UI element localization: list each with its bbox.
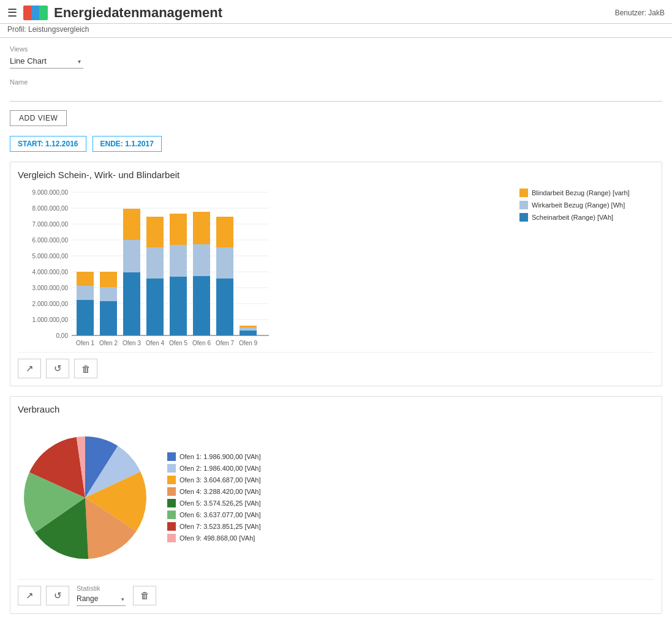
pie-legend-color-6 — [167, 511, 176, 519]
svg-text:Ofen 5: Ofen 5 — [169, 340, 187, 346]
svg-rect-21 — [77, 286, 94, 300]
bar-chart-trend-button[interactable]: ↗ — [18, 359, 41, 378]
svg-rect-28 — [123, 272, 140, 335]
pie-chart-card: Verbrauch — [10, 396, 662, 614]
svg-rect-24 — [100, 301, 117, 335]
pie-legend-item-4: Ofen 4: 3.288.420,00 [VAh] — [167, 487, 261, 496]
header-left: ☰ Energiedatenmanagement — [7, 5, 222, 21]
legend-label-schein: Scheinarbeit (Range) [VAh] — [532, 214, 613, 221]
views-section: Views Line Chart Bar Chart Pie Chart ▾ — [10, 45, 662, 69]
pie-svg-wrapper — [18, 430, 153, 567]
legend-label-wirk: Wirkarbeit Bezug (Range) [Wh] — [532, 201, 625, 209]
pie-legend-label-2: Ofen 2: 1.986.400,00 [VAh] — [179, 465, 261, 472]
svg-rect-20 — [77, 300, 94, 335]
svg-text:1.000.000,00: 1.000.000,00 — [32, 316, 69, 323]
legend-color-wirk — [519, 201, 528, 209]
logo — [23, 6, 48, 20]
svg-text:5.000.000,00: 5.000.000,00 — [32, 253, 69, 260]
start-date-button[interactable]: START: 1.12.2016 — [10, 136, 86, 152]
pie-chart-delete-button[interactable]: 🗑 — [133, 586, 156, 605]
date-buttons: START: 1.12.2016 ENDE: 1.1.2017 — [10, 136, 662, 152]
ende-date-button[interactable]: ENDE: 1.1.2017 — [92, 136, 162, 152]
legend-color-schein — [519, 213, 528, 222]
svg-text:Ofen 9: Ofen 9 — [239, 340, 257, 346]
main-content: Views Line Chart Bar Chart Pie Chart ▾ N… — [0, 38, 672, 631]
app-container: ☰ Energiedatenmanagement Benutzer: JakB … — [0, 0, 672, 631]
legend-item-wirk: Wirkarbeit Bezug (Range) [Wh] — [519, 201, 654, 209]
statistik-select[interactable]: Range Sum Average — [77, 592, 126, 606]
svg-text:Ofen 6: Ofen 6 — [192, 340, 211, 346]
svg-rect-46 — [216, 217, 233, 247]
bar-chart-title: Vergleich Schein-, Wirk- und Blindarbeit — [18, 170, 654, 180]
pie-legend-item-9: Ofen 9: 498.868,00 [VAh] — [167, 534, 261, 542]
views-select[interactable]: Line Chart Bar Chart Pie Chart — [10, 54, 83, 69]
bar-chart-card: Vergleich Schein-, Wirk- und Blindarbeit… — [10, 162, 662, 386]
svg-rect-32 — [146, 279, 164, 335]
svg-rect-25 — [100, 287, 117, 301]
pie-legend-label-3: Ofen 3: 3.604.687,00 [VAh] — [179, 476, 261, 484]
statistik-field: Statistik Range Sum Average ▾ — [77, 585, 126, 606]
svg-rect-34 — [146, 217, 164, 247]
pie-legend-item-3: Ofen 3: 3.604.687,00 [VAh] — [167, 476, 261, 484]
legend-color-blind — [519, 189, 528, 197]
svg-text:Ofen 1: Ofen 1 — [76, 340, 94, 346]
svg-text:3.000.000,00: 3.000.000,00 — [32, 285, 69, 291]
statistik-label: Statistik — [77, 585, 126, 592]
pie-legend-color-5 — [167, 499, 176, 507]
header: ☰ Energiedatenmanagement Benutzer: JakB — [0, 0, 672, 24]
name-input[interactable] — [10, 87, 662, 102]
pie-legend-item-7: Ofen 7: 3.523.851,25 [VAh] — [167, 522, 261, 531]
pie-legend-item-5: Ofen 5: 3.574.526,25 [VAh] — [167, 499, 261, 507]
svg-rect-30 — [123, 209, 140, 240]
svg-rect-42 — [193, 212, 210, 244]
bar-chart-delete-button[interactable]: 🗑 — [74, 359, 97, 378]
svg-rect-22 — [77, 272, 94, 286]
pie-chart-refresh-button[interactable]: ↺ — [46, 586, 69, 605]
name-label: Name — [10, 78, 662, 86]
svg-text:Ofen 3: Ofen 3 — [123, 340, 141, 346]
svg-text:4.000.000,00: 4.000.000,00 — [32, 269, 69, 275]
pie-chart-area: Ofen 1: 1.986.900,00 [VAh] Ofen 2: 1.986… — [18, 421, 654, 577]
svg-rect-45 — [216, 247, 233, 279]
svg-text:6.000.000,00: 6.000.000,00 — [32, 237, 69, 244]
profile-label: Profil: Leistungsvergleich — [0, 24, 672, 37]
pie-chart-trend-button[interactable]: ↗ — [18, 586, 41, 605]
svg-rect-41 — [193, 244, 210, 276]
statistik-select-wrapper: Range Sum Average ▾ — [77, 592, 126, 606]
user-label: Benutzer: JakB — [615, 9, 665, 17]
svg-text:9.000.000,00: 9.000.000,00 — [32, 189, 69, 196]
svg-rect-48 — [240, 331, 257, 335]
bar-chart-actions: ↗ ↺ 🗑 — [18, 352, 654, 378]
svg-text:Ofen 2: Ofen 2 — [99, 340, 118, 346]
svg-rect-40 — [193, 276, 210, 335]
legend-item-schein: Scheinarbeit (Range) [VAh] — [519, 213, 654, 222]
pie-legend-label-6: Ofen 6: 3.637.077,00 [VAh] — [179, 511, 261, 518]
app-title: Energiedatenmanagement — [54, 5, 222, 21]
svg-rect-50 — [240, 326, 257, 327]
pie-legend-color-9 — [167, 534, 176, 542]
pie-chart-svg — [18, 430, 153, 565]
pie-chart-legend: Ofen 1: 1.986.900,00 [VAh] Ofen 2: 1.986… — [167, 452, 261, 545]
pie-legend-item-2: Ofen 2: 1.986.400,00 [VAh] — [167, 464, 261, 473]
svg-rect-33 — [146, 247, 164, 279]
pie-legend-label-9: Ofen 9: 498.868,00 [VAh] — [179, 534, 255, 542]
svg-text:2.000.000,00: 2.000.000,00 — [32, 301, 69, 307]
bar-chart-refresh-button[interactable]: ↺ — [46, 359, 69, 378]
statistik-section: ↗ ↺ Statistik Range Sum Average ▾ 🗑 — [18, 579, 654, 606]
pie-legend-color-7 — [167, 522, 176, 531]
pie-chart-title: Verbrauch — [18, 404, 654, 414]
svg-text:8.000.000,00: 8.000.000,00 — [32, 205, 69, 212]
svg-rect-26 — [100, 272, 117, 287]
svg-rect-49 — [240, 327, 257, 331]
views-label: Views — [10, 45, 662, 53]
pie-legend-color-1 — [167, 452, 176, 461]
hamburger-icon[interactable]: ☰ — [7, 6, 17, 20]
add-view-button[interactable]: ADD VIEW — [10, 110, 67, 126]
pie-legend-label-4: Ofen 4: 3.288.420,00 [VAh] — [179, 488, 261, 495]
pie-legend-item-1: Ofen 1: 1.986.900,00 [VAh] — [167, 452, 261, 461]
pie-legend-item-6: Ofen 6: 3.637.077,00 [VAh] — [167, 511, 261, 519]
views-select-wrapper: Line Chart Bar Chart Pie Chart ▾ — [10, 54, 83, 69]
bar-chart-area: 9.000.000,00 8.000.000,00 7.000.000,00 6… — [18, 186, 654, 347]
legend-item-blind: Blindarbeit Bezug (Range) [varh] — [519, 189, 654, 197]
bar-chart-container: 9.000.000,00 8.000.000,00 7.000.000,00 6… — [18, 186, 510, 347]
